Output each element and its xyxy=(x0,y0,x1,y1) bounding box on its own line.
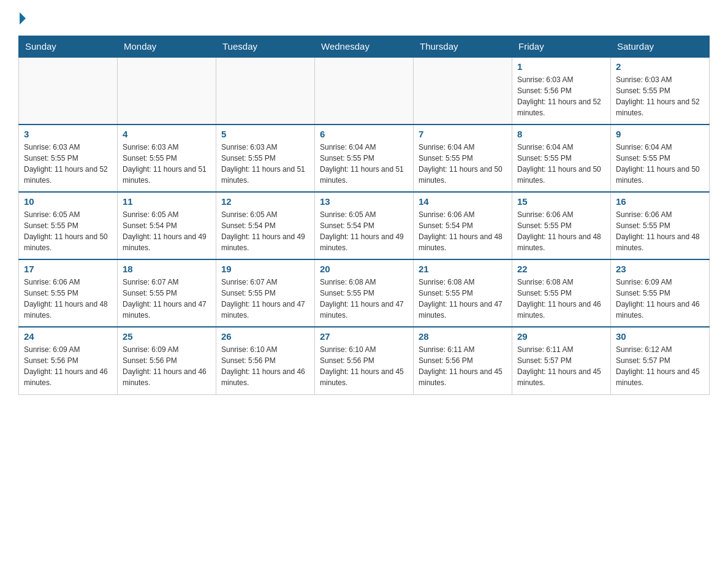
day-number: 27 xyxy=(320,331,408,342)
day-number: 21 xyxy=(419,264,507,274)
day-number: 2 xyxy=(616,61,704,72)
day-number: 13 xyxy=(320,196,408,207)
day-info: Sunrise: 6:08 AMSunset: 5:55 PMDaylight:… xyxy=(517,277,605,321)
calendar-day-cell: 5Sunrise: 6:03 AMSunset: 5:55 PMDaylight… xyxy=(216,124,315,192)
day-info: Sunrise: 6:06 AMSunset: 5:54 PMDaylight:… xyxy=(419,209,507,253)
calendar-week-row: 1Sunrise: 6:03 AMSunset: 5:56 PMDaylight… xyxy=(19,57,710,124)
day-number: 4 xyxy=(123,129,211,139)
day-number: 30 xyxy=(616,331,704,342)
day-info: Sunrise: 6:03 AMSunset: 5:55 PMDaylight:… xyxy=(221,142,309,186)
day-info: Sunrise: 6:03 AMSunset: 5:55 PMDaylight:… xyxy=(616,74,704,118)
day-info: Sunrise: 6:06 AMSunset: 5:55 PMDaylight:… xyxy=(517,209,605,253)
day-info: Sunrise: 6:05 AMSunset: 5:54 PMDaylight:… xyxy=(123,209,211,253)
calendar-day-cell: 8Sunrise: 6:04 AMSunset: 5:55 PMDaylight… xyxy=(512,124,611,192)
calendar-day-cell: 17Sunrise: 6:06 AMSunset: 5:55 PMDayligh… xyxy=(19,259,118,327)
day-info: Sunrise: 6:10 AMSunset: 5:56 PMDaylight:… xyxy=(320,344,408,388)
day-info: Sunrise: 6:05 AMSunset: 5:54 PMDaylight:… xyxy=(221,209,309,253)
day-number: 14 xyxy=(419,196,507,207)
day-number: 7 xyxy=(419,129,507,139)
day-number: 5 xyxy=(221,129,309,139)
calendar-day-cell: 21Sunrise: 6:08 AMSunset: 5:55 PMDayligh… xyxy=(414,259,512,327)
day-number: 28 xyxy=(419,331,507,342)
calendar-day-cell xyxy=(216,57,315,124)
calendar-day-cell: 18Sunrise: 6:07 AMSunset: 5:55 PMDayligh… xyxy=(118,259,216,327)
calendar-day-cell: 14Sunrise: 6:06 AMSunset: 5:54 PMDayligh… xyxy=(414,192,512,259)
day-info: Sunrise: 6:03 AMSunset: 5:55 PMDaylight:… xyxy=(24,142,112,186)
calendar-table: SundayMondayTuesdayWednesdayThursdayFrid… xyxy=(18,36,710,395)
day-number: 8 xyxy=(517,129,605,139)
calendar-day-cell: 9Sunrise: 6:04 AMSunset: 5:55 PMDaylight… xyxy=(611,124,710,192)
day-of-week-header: Monday xyxy=(118,36,216,58)
calendar-week-row: 10Sunrise: 6:05 AMSunset: 5:55 PMDayligh… xyxy=(19,192,710,259)
calendar-week-row: 24Sunrise: 6:09 AMSunset: 5:56 PMDayligh… xyxy=(19,327,710,394)
day-info: Sunrise: 6:04 AMSunset: 5:55 PMDaylight:… xyxy=(517,142,605,186)
calendar-header-row: SundayMondayTuesdayWednesdayThursdayFrid… xyxy=(19,36,710,58)
day-info: Sunrise: 6:03 AMSunset: 5:55 PMDaylight:… xyxy=(123,142,211,186)
calendar-day-cell: 20Sunrise: 6:08 AMSunset: 5:55 PMDayligh… xyxy=(315,259,414,327)
day-number: 22 xyxy=(517,264,605,274)
calendar-day-cell: 11Sunrise: 6:05 AMSunset: 5:54 PMDayligh… xyxy=(118,192,216,259)
day-of-week-header: Saturday xyxy=(611,36,710,58)
day-number: 9 xyxy=(616,129,704,139)
day-of-week-header: Sunday xyxy=(19,36,118,58)
calendar-day-cell: 19Sunrise: 6:07 AMSunset: 5:55 PMDayligh… xyxy=(216,259,315,327)
day-info: Sunrise: 6:06 AMSunset: 5:55 PMDaylight:… xyxy=(616,209,704,253)
calendar-day-cell: 23Sunrise: 6:09 AMSunset: 5:55 PMDayligh… xyxy=(611,259,710,327)
calendar-day-cell: 29Sunrise: 6:11 AMSunset: 5:57 PMDayligh… xyxy=(512,327,611,394)
day-number: 10 xyxy=(24,196,112,207)
day-info: Sunrise: 6:06 AMSunset: 5:55 PMDaylight:… xyxy=(24,277,112,321)
day-number: 24 xyxy=(24,331,112,342)
day-number: 26 xyxy=(221,331,309,342)
calendar-day-cell: 2Sunrise: 6:03 AMSunset: 5:55 PMDaylight… xyxy=(611,57,710,124)
calendar-day-cell: 26Sunrise: 6:10 AMSunset: 5:56 PMDayligh… xyxy=(216,327,315,394)
calendar-day-cell: 22Sunrise: 6:08 AMSunset: 5:55 PMDayligh… xyxy=(512,259,611,327)
header xyxy=(18,12,710,23)
calendar-day-cell: 4Sunrise: 6:03 AMSunset: 5:55 PMDaylight… xyxy=(118,124,216,192)
day-info: Sunrise: 6:07 AMSunset: 5:55 PMDaylight:… xyxy=(221,277,309,321)
day-number: 20 xyxy=(320,264,408,274)
calendar-day-cell xyxy=(315,57,414,124)
day-number: 17 xyxy=(24,264,112,274)
calendar-day-cell: 15Sunrise: 6:06 AMSunset: 5:55 PMDayligh… xyxy=(512,192,611,259)
calendar-week-row: 3Sunrise: 6:03 AMSunset: 5:55 PMDaylight… xyxy=(19,124,710,192)
calendar-day-cell: 28Sunrise: 6:11 AMSunset: 5:56 PMDayligh… xyxy=(414,327,512,394)
logo-arrow-icon xyxy=(20,12,26,25)
day-info: Sunrise: 6:08 AMSunset: 5:55 PMDaylight:… xyxy=(320,277,408,321)
day-of-week-header: Tuesday xyxy=(216,36,315,58)
day-number: 11 xyxy=(123,196,211,207)
logo xyxy=(18,12,26,23)
day-of-week-header: Wednesday xyxy=(315,36,414,58)
day-info: Sunrise: 6:04 AMSunset: 5:55 PMDaylight:… xyxy=(419,142,507,186)
day-info: Sunrise: 6:08 AMSunset: 5:55 PMDaylight:… xyxy=(419,277,507,321)
calendar-day-cell: 7Sunrise: 6:04 AMSunset: 5:55 PMDaylight… xyxy=(414,124,512,192)
day-info: Sunrise: 6:09 AMSunset: 5:55 PMDaylight:… xyxy=(616,277,704,321)
calendar-day-cell xyxy=(414,57,512,124)
day-number: 3 xyxy=(24,129,112,139)
calendar-day-cell: 10Sunrise: 6:05 AMSunset: 5:55 PMDayligh… xyxy=(19,192,118,259)
day-number: 25 xyxy=(123,331,211,342)
day-info: Sunrise: 6:05 AMSunset: 5:55 PMDaylight:… xyxy=(24,209,112,253)
day-info: Sunrise: 6:07 AMSunset: 5:55 PMDaylight:… xyxy=(123,277,211,321)
day-info: Sunrise: 6:11 AMSunset: 5:56 PMDaylight:… xyxy=(419,344,507,388)
day-info: Sunrise: 6:12 AMSunset: 5:57 PMDaylight:… xyxy=(616,344,704,388)
day-number: 23 xyxy=(616,264,704,274)
day-of-week-header: Friday xyxy=(512,36,611,58)
day-number: 19 xyxy=(221,264,309,274)
day-number: 1 xyxy=(517,61,605,72)
day-info: Sunrise: 6:11 AMSunset: 5:57 PMDaylight:… xyxy=(517,344,605,388)
day-info: Sunrise: 6:05 AMSunset: 5:54 PMDaylight:… xyxy=(320,209,408,253)
day-info: Sunrise: 6:09 AMSunset: 5:56 PMDaylight:… xyxy=(123,344,211,388)
calendar-day-cell: 1Sunrise: 6:03 AMSunset: 5:56 PMDaylight… xyxy=(512,57,611,124)
calendar-day-cell: 24Sunrise: 6:09 AMSunset: 5:56 PMDayligh… xyxy=(19,327,118,394)
day-number: 12 xyxy=(221,196,309,207)
day-info: Sunrise: 6:10 AMSunset: 5:56 PMDaylight:… xyxy=(221,344,309,388)
day-number: 15 xyxy=(517,196,605,207)
calendar-day-cell: 27Sunrise: 6:10 AMSunset: 5:56 PMDayligh… xyxy=(315,327,414,394)
calendar-day-cell: 3Sunrise: 6:03 AMSunset: 5:55 PMDaylight… xyxy=(19,124,118,192)
calendar-day-cell xyxy=(19,57,118,124)
day-info: Sunrise: 6:09 AMSunset: 5:56 PMDaylight:… xyxy=(24,344,112,388)
calendar-day-cell xyxy=(118,57,216,124)
day-of-week-header: Thursday xyxy=(414,36,512,58)
day-number: 29 xyxy=(517,331,605,342)
calendar-day-cell: 13Sunrise: 6:05 AMSunset: 5:54 PMDayligh… xyxy=(315,192,414,259)
